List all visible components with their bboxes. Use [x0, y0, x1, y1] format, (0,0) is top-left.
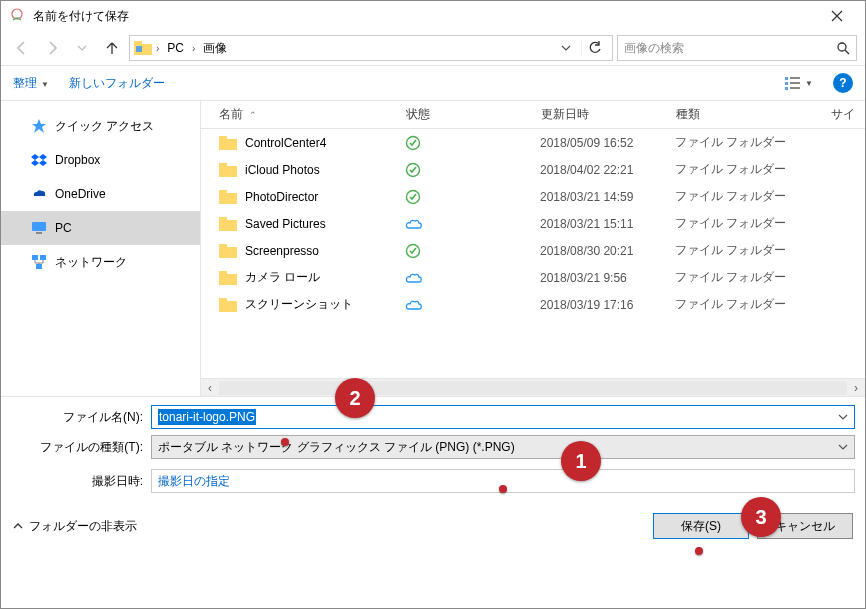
up-button[interactable]	[99, 35, 125, 61]
folder-icon	[219, 271, 237, 285]
scroll-track[interactable]	[219, 381, 847, 395]
sidebar-item-label: クイック アクセス	[55, 118, 154, 135]
new-folder-button[interactable]: 新しいフォルダー	[69, 75, 165, 92]
sidebar-item-network[interactable]: ネットワーク	[1, 245, 200, 279]
file-kind: ファイル フォルダー	[675, 134, 815, 151]
sidebar-item-dropbox[interactable]: Dropbox	[1, 143, 200, 177]
breadcrumb-seg-0[interactable]: PC	[163, 39, 188, 57]
file-status-icon	[405, 243, 540, 259]
svg-rect-7	[785, 87, 788, 90]
svg-rect-31	[219, 217, 227, 222]
horizontal-scrollbar[interactable]: ‹ ›	[201, 378, 865, 396]
refresh-button[interactable]	[581, 41, 608, 55]
folder-icon	[219, 244, 237, 258]
filetype-dropdown-icon	[838, 442, 848, 452]
col-name[interactable]: 名前	[219, 107, 243, 121]
close-button[interactable]	[817, 1, 857, 31]
file-kind: ファイル フォルダー	[675, 242, 815, 259]
file-kind: ファイル フォルダー	[675, 296, 815, 313]
filetype-value: ポータブル ネットワーク グラフィックス ファイル (PNG) (*.PNG)	[158, 439, 515, 456]
col-date[interactable]: 更新日時	[541, 106, 676, 123]
filename-value: tonari-it-logo.PNG	[158, 409, 256, 425]
sidebar-item-pc[interactable]: PC	[1, 211, 200, 245]
table-row[interactable]: Screenpresso2018/08/30 20:21ファイル フォルダー	[201, 237, 865, 264]
search-box[interactable]: 画像の検索	[617, 35, 857, 61]
folder-icon	[134, 41, 152, 55]
sidebar-item-label: OneDrive	[55, 187, 106, 201]
search-placeholder: 画像の検索	[624, 40, 684, 57]
file-date: 2018/03/21 15:11	[540, 217, 675, 231]
sidebar-item-label: ネットワーク	[55, 254, 127, 271]
svg-point-4	[838, 43, 846, 51]
file-date: 2018/08/30 20:21	[540, 244, 675, 258]
sidebar-item-quick-access[interactable]: クイック アクセス	[1, 109, 200, 143]
network-icon	[31, 254, 47, 270]
folder-icon	[219, 298, 237, 312]
file-status-icon	[405, 271, 540, 285]
navbar: › PC › 画像 画像の検索	[1, 31, 865, 65]
chevron-up-icon	[13, 521, 23, 531]
address-bar[interactable]: › PC › 画像	[129, 35, 613, 61]
pc-icon	[31, 220, 47, 236]
quick-access-icon	[31, 118, 47, 134]
chevron-right-icon: ›	[192, 43, 195, 54]
sidebar-item-label: PC	[55, 221, 72, 235]
column-headers[interactable]: 名前⌃ 状態 更新日時 種類 サイ	[201, 101, 865, 129]
svg-rect-6	[785, 82, 788, 85]
file-name: カメラ ロール	[245, 269, 405, 286]
titlebar: 名前を付けて保存	[1, 1, 865, 31]
sidebar-item-onedrive[interactable]: OneDrive	[1, 177, 200, 211]
table-row[interactable]: スクリーンショット2018/03/19 17:16ファイル フォルダー	[201, 291, 865, 318]
forward-button[interactable]	[39, 35, 65, 61]
file-date: 2018/03/19 17:16	[540, 298, 675, 312]
table-row[interactable]: カメラ ロール2018/03/21 9:56ファイル フォルダー	[201, 264, 865, 291]
file-list[interactable]: ControlCenter42018/05/09 16:52ファイル フォルダー…	[201, 129, 865, 378]
breadcrumb-seg-1[interactable]: 画像	[199, 38, 231, 59]
table-row[interactable]: PhotoDirector2018/03/21 14:59ファイル フォルダー	[201, 183, 865, 210]
file-pane: 名前⌃ 状態 更新日時 種類 サイ ControlCenter42018/05/…	[201, 101, 865, 396]
file-kind: ファイル フォルダー	[675, 188, 815, 205]
svg-marker-14	[31, 160, 39, 166]
svg-rect-16	[32, 222, 46, 231]
file-kind: ファイル フォルダー	[675, 269, 815, 286]
col-status[interactable]: 状態	[406, 106, 541, 123]
table-row[interactable]: Saved Pictures2018/03/21 15:11ファイル フォルダー	[201, 210, 865, 237]
view-options[interactable]: ▼	[785, 76, 813, 90]
file-name: PhotoDirector	[245, 190, 405, 204]
file-date: 2018/04/02 22:21	[540, 163, 675, 177]
file-status-icon	[405, 135, 540, 151]
save-button[interactable]: 保存(S)	[653, 513, 749, 539]
svg-rect-28	[219, 190, 227, 195]
filetype-select[interactable]: ポータブル ネットワーク グラフィックス ファイル (PNG) (*.PNG)	[151, 435, 855, 459]
svg-rect-22	[219, 136, 227, 141]
hide-folders-toggle[interactable]: フォルダーの非表示	[13, 518, 137, 535]
filename-input[interactable]: tonari-it-logo.PNG	[151, 405, 855, 429]
col-size[interactable]: サイ	[816, 106, 865, 123]
svg-rect-9	[790, 82, 800, 84]
filename-dropdown[interactable]	[838, 412, 848, 422]
help-button[interactable]: ?	[833, 73, 853, 93]
table-row[interactable]: iCloud Photos2018/04/02 22:21ファイル フォルダー	[201, 156, 865, 183]
address-dropdown[interactable]	[555, 43, 577, 53]
organize-menu[interactable]: 整理▼	[13, 75, 49, 92]
svg-rect-33	[219, 244, 227, 249]
onedrive-icon	[31, 186, 47, 202]
col-kind[interactable]: 種類	[676, 106, 816, 123]
app-icon	[9, 8, 25, 24]
svg-rect-36	[219, 271, 227, 276]
file-name: スクリーンショット	[245, 296, 405, 313]
table-row[interactable]: ControlCenter42018/05/09 16:52ファイル フォルダー	[201, 129, 865, 156]
scroll-left-icon[interactable]: ‹	[201, 381, 219, 395]
back-button[interactable]	[9, 35, 35, 61]
dropbox-icon	[31, 152, 47, 168]
svg-rect-25	[219, 163, 227, 168]
recent-dropdown[interactable]	[69, 35, 95, 61]
scroll-right-icon[interactable]: ›	[847, 381, 865, 395]
svg-rect-5	[785, 77, 788, 80]
svg-rect-3	[136, 46, 142, 52]
file-name: Screenpresso	[245, 244, 405, 258]
svg-marker-15	[39, 160, 47, 166]
filetype-label: ファイルの種類(T):	[11, 439, 151, 456]
file-status-icon	[405, 298, 540, 312]
filename-label: ファイル名(N):	[11, 409, 151, 426]
